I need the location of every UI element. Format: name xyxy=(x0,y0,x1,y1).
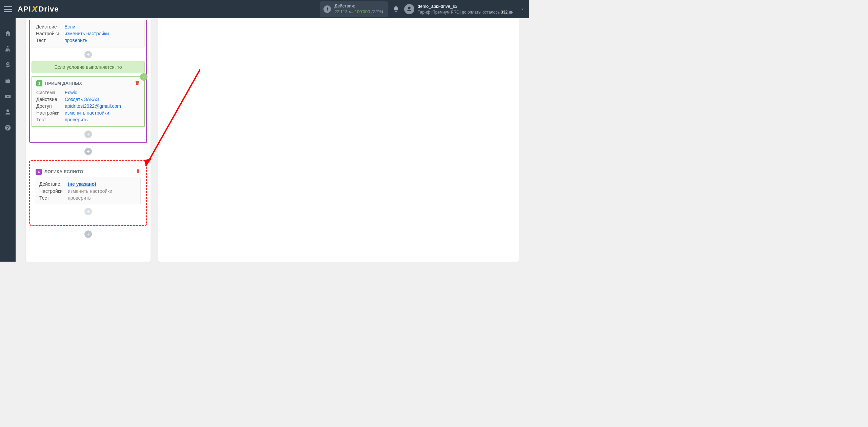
add-block-button[interactable]: + xyxy=(84,148,92,155)
add-step-button[interactable]: + xyxy=(84,51,92,58)
username-label: demo_apix-drive_s3 xyxy=(418,3,513,9)
flow-panel: ДействиеЕсли Настройкиизменить настройки… xyxy=(26,18,151,262)
test-link[interactable]: проверить xyxy=(64,38,87,43)
add-step-button[interactable]: + xyxy=(84,130,92,138)
access-link[interactable]: apidritest2022@gmail.com xyxy=(65,103,121,109)
data-receive-card: 1 ПРИЕМ ДАННЫХ СистемаEcwid ДействиеСозд… xyxy=(32,76,145,127)
sidebar: $ xyxy=(0,18,16,262)
chevron-down-icon[interactable] xyxy=(520,7,525,12)
bell-icon[interactable] xyxy=(393,6,399,13)
action-unset-link[interactable]: (не указано) xyxy=(68,181,96,187)
test-disabled: проверить xyxy=(68,195,91,201)
logic-group-frame: ДействиеЕсли Настройкиизменить настройки… xyxy=(29,20,147,143)
add-step-button[interactable]: + xyxy=(84,208,92,215)
settings-link[interactable]: изменить настройки xyxy=(65,110,109,116)
briefcase-icon[interactable] xyxy=(4,78,11,84)
menu-toggle-button[interactable] xyxy=(4,6,12,12)
home-icon[interactable] xyxy=(4,30,11,37)
svg-rect-0 xyxy=(7,46,8,47)
check-icon xyxy=(140,73,147,81)
settings-disabled: изменить настройки xyxy=(68,188,112,194)
delete-button[interactable] xyxy=(135,168,141,175)
details-panel xyxy=(158,18,519,262)
card-title: ПРИЕМ ДАННЫХ xyxy=(45,81,82,86)
app-header: APIXDrive i Действия: 22'113 из 100'000 … xyxy=(0,0,529,18)
action-link[interactable]: Создать ЗАКАЗ xyxy=(65,97,99,102)
sitemap-icon[interactable] xyxy=(4,45,11,52)
settings-link[interactable]: изменить настройки xyxy=(64,31,109,36)
step-number-4: 4 xyxy=(36,169,42,175)
help-icon[interactable] xyxy=(4,124,11,131)
svg-rect-1 xyxy=(5,50,6,51)
dollar-icon[interactable]: $ xyxy=(6,61,9,69)
logic-card-top: ДействиеЕсли Настройкиизменить настройки… xyxy=(32,20,145,47)
logo[interactable]: APIXDrive xyxy=(18,4,59,15)
tariff-label: Тариф |Премиум PRO| до оплаты осталось 3… xyxy=(418,9,513,15)
delete-button[interactable] xyxy=(135,80,140,86)
user-icon[interactable] xyxy=(4,109,11,116)
svg-rect-2 xyxy=(7,50,8,51)
step-number-1: 1 xyxy=(36,80,42,86)
condition-true-bar: Если условие выполняется, то xyxy=(32,61,145,73)
user-menu[interactable]: demo_apix-drive_s3 Тариф |Премиум PRO| д… xyxy=(404,3,525,15)
actions-counter[interactable]: i Действия: 22'113 из 100'000 (22%) xyxy=(320,1,388,17)
card-title: ЛОГИКА ЕСЛИ/ТО xyxy=(44,169,83,174)
actions-numbers: 22'113 из 100'000 (22%) xyxy=(334,9,383,15)
test-link[interactable]: проверить xyxy=(65,117,88,122)
highlighted-logic-block: 4 ЛОГИКА ЕСЛИ/ТО Действие(не указано) На… xyxy=(29,160,147,226)
avatar-icon xyxy=(404,4,414,14)
actions-label: Действия: xyxy=(334,3,383,9)
youtube-icon[interactable] xyxy=(4,93,11,100)
action-if-link[interactable]: Если xyxy=(64,24,75,29)
svg-rect-3 xyxy=(9,50,10,51)
info-icon: i xyxy=(323,5,331,13)
logic-if-card: 4 ЛОГИКА ЕСЛИ/ТО Действие(не указано) На… xyxy=(32,165,145,220)
add-block-button[interactable]: + xyxy=(84,230,92,238)
system-link[interactable]: Ecwid xyxy=(65,90,77,95)
